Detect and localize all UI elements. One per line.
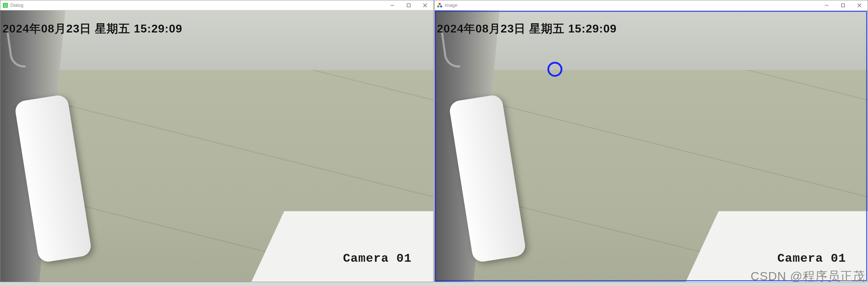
titlebar-dialog[interactable]: Q Dialog [0,0,433,10]
client-area-image: Camera 01 2024年08月23日 星期五 15:29:09 [435,10,868,282]
window-title: image [445,2,457,8]
svg-point-8 [440,5,442,7]
opencv-app-icon [437,2,443,8]
window-image: image Camer [434,0,868,282]
maximize-button[interactable] [835,0,851,10]
timestamp-overlay: 2024年08月23日 星期五 15:29:09 [2,21,182,37]
desktop: Q Dialog [0,0,868,286]
svg-point-7 [437,5,439,7]
minimize-button[interactable] [384,0,400,10]
close-button[interactable] [851,0,868,10]
window-title: Dialog [10,2,24,8]
close-button[interactable] [417,0,433,10]
minimize-button[interactable] [818,0,835,10]
camera-label: Camera 01 [343,252,412,265]
titlebar-image[interactable]: image [435,0,868,10]
svg-rect-10 [842,4,845,7]
client-area-dialog: Camera 01 2024年08月23日 星期五 15:29:09 [0,10,433,282]
maximize-button[interactable] [400,0,417,10]
video-frame-image: Camera 01 2024年08月23日 星期五 15:29:09 [435,10,868,282]
svg-point-6 [439,3,441,5]
window-dialog: Q Dialog [0,0,434,282]
svg-text:Q: Q [4,4,7,7]
cctv-scene: Camera 01 2024年08月23日 星期五 15:29:09 [0,10,433,282]
qt-app-icon: Q [2,2,8,8]
svg-rect-3 [407,4,410,7]
video-frame-dialog: Camera 01 2024年08月23日 星期五 15:29:09 [0,10,433,282]
